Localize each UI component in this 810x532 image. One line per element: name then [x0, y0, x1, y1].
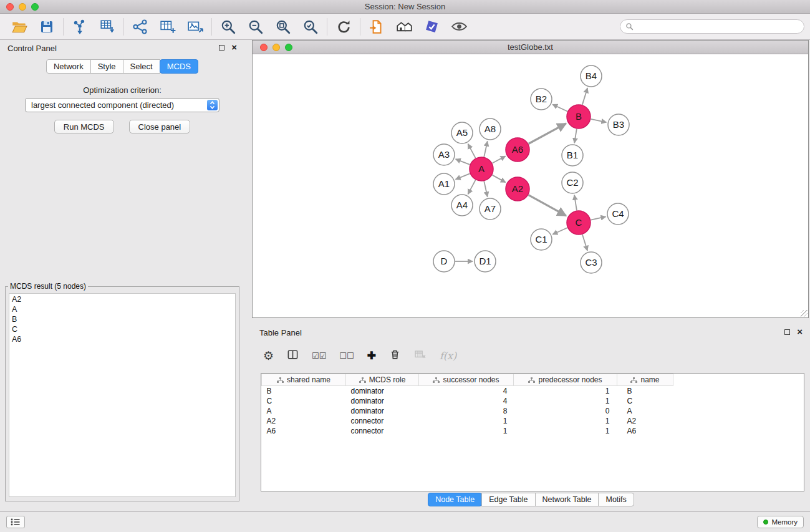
graph-edge-A-A2[interactable] — [493, 175, 506, 183]
cell[interactable]: A — [617, 406, 673, 416]
gear-icon[interactable]: ⚙ — [263, 350, 274, 362]
cell[interactable]: A — [262, 406, 346, 416]
cell[interactable]: dominator — [346, 396, 419, 406]
network-window-titlebar[interactable]: testGlobe.txt — [253, 41, 808, 54]
cell[interactable]: 1 — [514, 426, 617, 436]
network-button[interactable] — [130, 16, 151, 37]
graph-node-C[interactable]: C — [567, 211, 591, 235]
graph-edge-C-C2[interactable] — [574, 195, 577, 210]
column-header-successor-nodes[interactable]: successor nodes — [419, 374, 514, 386]
import-network-file-button[interactable] — [69, 16, 90, 37]
cell[interactable]: A6 — [262, 426, 346, 436]
network-canvas[interactable]: AA1A2A3A4A5A6A7A8BB1B2B3B4CC1C2C3C4DD1 — [253, 55, 808, 317]
column-header-predecessor-nodes[interactable]: predecessor nodes — [514, 374, 617, 386]
tab-edge-table[interactable]: Edge Table — [481, 493, 535, 506]
cell[interactable]: B — [262, 386, 346, 396]
graph-edge-A-A8[interactable] — [484, 142, 487, 157]
memory-button[interactable]: Memory — [757, 516, 804, 528]
cell[interactable]: dominator — [346, 406, 419, 416]
run-mcds-button[interactable]: Run MCDS — [54, 120, 114, 133]
graph-edge-A-A6[interactable] — [493, 156, 506, 163]
home-button[interactable] — [393, 16, 415, 37]
cell[interactable]: 1 — [419, 416, 514, 426]
graph-node-A4[interactable]: A4 — [451, 195, 473, 216]
mcds-result-item[interactable]: A6 — [12, 334, 233, 344]
export-image-button[interactable] — [185, 16, 206, 37]
zoom-in-button[interactable] — [218, 16, 239, 37]
graph-edge-A-A7[interactable] — [484, 181, 487, 197]
graph-edge-B-B2[interactable] — [552, 104, 567, 111]
graph-edge-C-C1[interactable] — [552, 228, 567, 235]
cell[interactable]: connector — [346, 426, 419, 436]
graph-node-B[interactable]: B — [567, 105, 591, 128]
cell[interactable]: C — [262, 396, 346, 406]
graph-edge-A-A3[interactable] — [456, 159, 470, 165]
graph-node-B1[interactable]: B1 — [562, 145, 583, 166]
graph-node-D[interactable]: D — [433, 251, 455, 272]
graph-node-C2[interactable]: C2 — [562, 172, 583, 193]
cell[interactable]: A6 — [617, 426, 673, 436]
cell[interactable]: 1 — [514, 396, 617, 406]
graph-edge-B-B4[interactable] — [582, 88, 587, 105]
graph-edge-B-B1[interactable] — [574, 129, 577, 143]
close-window-icon[interactable] — [6, 3, 14, 11]
tab-network-table[interactable]: Network Table — [535, 493, 599, 506]
tab-network[interactable]: Network — [46, 59, 91, 74]
graph-node-C3[interactable]: C3 — [581, 252, 602, 273]
minimize-window-icon[interactable] — [19, 3, 26, 11]
cell[interactable]: 4 — [419, 396, 514, 406]
columns-icon[interactable] — [287, 349, 299, 362]
graph-node-A1[interactable]: A1 — [433, 173, 455, 195]
cell[interactable]: 1 — [514, 416, 617, 426]
refresh-button[interactable] — [333, 16, 354, 37]
graph-node-C1[interactable]: C1 — [531, 229, 552, 250]
table-row[interactable]: A2connector11A2 — [262, 416, 804, 426]
mcds-result-list[interactable]: A2ABCA6 — [9, 293, 236, 497]
open-session-button[interactable] — [9, 16, 30, 37]
graph-node-B4[interactable]: B4 — [581, 65, 602, 87]
cell[interactable]: 1 — [419, 426, 514, 436]
graph-edge-A-A4[interactable] — [468, 180, 475, 195]
graph-node-A2[interactable]: A2 — [506, 177, 529, 201]
new-table-button[interactable] — [157, 16, 178, 37]
task-history-button[interactable] — [6, 516, 25, 528]
column-header-MCDS-role[interactable]: MCDS role — [346, 374, 419, 386]
column-header-name[interactable]: name — [617, 374, 673, 386]
graph-node-A6[interactable]: A6 — [506, 138, 529, 162]
table-row[interactable]: Cdominator41C — [262, 396, 804, 406]
graph-edge-C-C3[interactable] — [582, 235, 587, 251]
tab-style[interactable]: Style — [90, 59, 123, 74]
table-row[interactable]: A6connector11A6 — [262, 426, 804, 436]
graphics-details-button[interactable] — [366, 16, 387, 37]
mcds-result-item[interactable]: C — [12, 324, 233, 334]
cell[interactable]: C — [617, 396, 673, 406]
cell[interactable]: A2 — [617, 416, 673, 426]
import-table-file-button[interactable] — [97, 16, 118, 37]
graph-edge-C-C4[interactable] — [591, 216, 606, 220]
close-panel-button[interactable]: Close panel — [129, 120, 191, 133]
graph-node-D1[interactable]: D1 — [475, 251, 496, 272]
checked-boxes-icon[interactable]: ☑☑ — [312, 351, 326, 360]
unchecked-boxes-icon[interactable]: ☐☐ — [339, 351, 354, 360]
graph-node-A8[interactable]: A8 — [480, 118, 501, 140]
close-window-icon[interactable] — [260, 44, 268, 51]
tab-select[interactable]: Select — [123, 59, 160, 74]
graph-node-A[interactable]: A — [470, 157, 493, 181]
maximize-window-icon[interactable] — [31, 3, 39, 11]
graph-edge-A-A1[interactable] — [456, 173, 470, 179]
trash-icon[interactable] — [389, 349, 401, 362]
table-row[interactable]: Adominator80A — [262, 406, 804, 416]
toggle-view-button[interactable] — [448, 16, 470, 37]
graph-node-B3[interactable]: B3 — [608, 114, 629, 135]
mcds-result-item[interactable]: B — [12, 314, 233, 324]
zoom-selected-button[interactable] — [300, 16, 321, 37]
float-panel-icon[interactable] — [219, 45, 224, 51]
criterion-dropdown[interactable]: largest connected component (directed) — [25, 98, 219, 112]
search-input[interactable] — [637, 21, 804, 32]
tab-node-table[interactable]: Node Table — [428, 493, 482, 506]
cell[interactable]: 0 — [514, 406, 617, 416]
graph-edge-A6-B[interactable] — [529, 123, 566, 144]
save-session-button[interactable] — [36, 16, 57, 37]
graph-node-A7[interactable]: A7 — [480, 198, 501, 220]
mcds-result-item[interactable]: A2 — [12, 294, 233, 304]
